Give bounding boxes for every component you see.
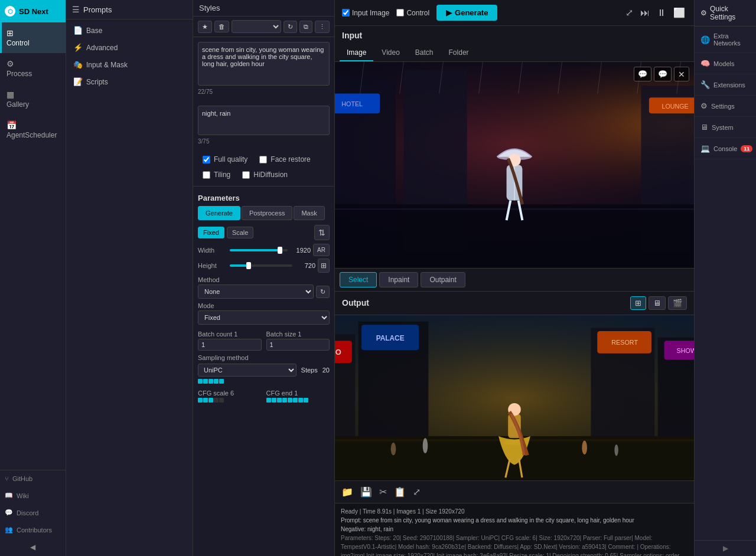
refresh-btn[interactable]: ↻ [284, 21, 297, 33]
sidebar-collapse-btn[interactable]: ◀ [0, 538, 66, 556]
svg-text:SHOWGIRLS: SHOWGIRLS [677, 346, 694, 354]
input-image-container: CASINO HOTEL LOUNGE [335, 62, 694, 268]
video-view-btn[interactable]: 🎬 [668, 296, 687, 310]
sidebar-bottom: ⑂ GitHub 📖 Wiki 💬 Discord 👥 Contributors… [0, 470, 66, 556]
discord-link[interactable]: 💬 Discord [0, 504, 66, 521]
wiki-icon: 📖 [5, 492, 13, 499]
inpaint-btn[interactable]: Inpaint [379, 272, 418, 287]
github-link[interactable]: ⑂ GitHub [0, 470, 66, 487]
open-folder-btn[interactable]: 📁 [340, 485, 355, 499]
sidebar-label-gallery: Gallery [6, 100, 29, 109]
method-select[interactable]: None Lanczos ESRGAN [198, 284, 314, 299]
expand-output-btn[interactable]: ⤢ [411, 485, 422, 499]
styles-select[interactable] [232, 20, 281, 33]
input-title: Input [342, 31, 362, 40]
right-item-extensions[interactable]: 🔧 Extensions [695, 74, 756, 96]
mode-select[interactable]: Fixed Crop Fill [198, 310, 330, 325]
prompts-item-input-mask[interactable]: 🎭 Input & Mask [66, 56, 193, 73]
fullscreen-btn[interactable]: ⤢ [624, 5, 635, 20]
sidebar-item-process[interactable]: ⚙ Process [0, 53, 66, 84]
close-image-btn[interactable]: ✕ [674, 67, 689, 81]
svg-rect-15 [335, 208, 694, 210]
right-collapse-btn[interactable]: ▶ [695, 540, 756, 556]
delete-btn[interactable]: 🗑 [214, 21, 229, 32]
method-refresh-btn[interactable]: ↻ [316, 286, 330, 298]
cfg-scale-item: CFG scale 6 [198, 386, 262, 403]
control-checkbox[interactable] [396, 9, 404, 17]
width-row: Width 1920 AR [198, 244, 330, 256]
clipboard-btn[interactable]: 📋 [392, 485, 408, 499]
input-tabs-bar: Image Video Batch Folder [335, 45, 694, 62]
select-btn[interactable]: Select [340, 272, 377, 287]
size-tab-scale[interactable]: Scale [227, 227, 254, 238]
github-icon: ⑂ [5, 475, 9, 482]
annotate-btn[interactable]: 💬 [634, 67, 651, 81]
generate-button[interactable]: ▶ Generate [436, 5, 497, 21]
resize-btn[interactable]: ⊞ [318, 259, 330, 273]
contributors-link[interactable]: 👥 Contributors [0, 521, 66, 538]
models-label: Models [713, 60, 734, 67]
face-restore-checkbox[interactable] [259, 156, 267, 163]
sidebar-item-control[interactable]: ⊞ Control [0, 22, 66, 53]
positive-prompt-input[interactable]: scene from sin city, young woman wearing… [198, 42, 330, 86]
agent-icon: 📅 [6, 120, 17, 130]
input-image-checkbox-label[interactable]: Input Image [342, 9, 389, 17]
wiki-link[interactable]: 📖 Wiki [0, 487, 66, 504]
tab-image[interactable]: Image [340, 45, 373, 61]
prompts-item-scripts[interactable]: 📝 Scripts [66, 73, 193, 90]
status-bar: Ready | Time 8.91s | Images 1 | Size 192… [335, 503, 694, 556]
prompts-item-advanced[interactable]: ⚡ Advanced [66, 39, 193, 56]
more-btn[interactable]: ⋮ [315, 21, 330, 33]
ar-btn[interactable]: AR [313, 244, 330, 256]
input-mask-icon: 🎭 [73, 60, 83, 69]
star-btn[interactable]: ★ [198, 21, 212, 33]
status-prompt-line: Prompt: scene from sin city, young woman… [341, 516, 688, 525]
sampling-method-select[interactable]: UniPC Euler DPM++ [198, 364, 296, 377]
copy-output-btn[interactable]: ✂ [377, 485, 389, 499]
annotate2-btn[interactable]: 💬 [654, 67, 672, 81]
batch-size-input[interactable] [266, 339, 330, 351]
copy-btn[interactable]: ⧉ [299, 21, 312, 33]
svg-point-51 [391, 442, 396, 455]
tab-generate[interactable]: Generate [198, 206, 240, 220]
full-quality-checkbox[interactable] [203, 156, 210, 163]
batch-count-input[interactable] [198, 339, 262, 351]
right-item-models[interactable]: 🧠 Models [695, 53, 756, 74]
sidebar-item-gallery[interactable]: ▦ Gallery [0, 84, 66, 115]
size-tab-fixed[interactable]: Fixed [198, 227, 224, 238]
input-image: CASINO HOTEL LOUNGE [335, 62, 694, 268]
tab-mask[interactable]: Mask [294, 206, 324, 220]
main-top-bar: Input Image Control ▶ Generate ⤢ ⏭ ⏸ ⬜ [335, 0, 694, 26]
stop-btn[interactable]: ⬜ [672, 5, 687, 20]
width-slider[interactable] [230, 246, 288, 255]
sidebar-item-agentscheduler[interactable]: 📅 AgentScheduler [0, 115, 66, 145]
prompts-item-base[interactable]: 📄 Base [66, 22, 193, 39]
tab-folder[interactable]: Folder [442, 45, 476, 61]
skip-btn[interactable]: ⏭ [638, 6, 651, 20]
svg-text:HOTEL: HOTEL [341, 100, 363, 107]
grid-view-btn[interactable]: ⊞ [630, 296, 646, 310]
prompts-label-advanced: Advanced [86, 44, 118, 52]
right-item-system[interactable]: 🖥 System [695, 117, 756, 138]
batch-count-item: Batch count 1 [198, 327, 262, 351]
outpaint-btn[interactable]: Outpaint [421, 272, 465, 287]
tab-postprocess[interactable]: Postprocess [242, 206, 293, 220]
right-item-settings[interactable]: ⚙ Settings [695, 96, 756, 117]
cfg-end-bar [266, 398, 330, 403]
tab-video[interactable]: Video [374, 45, 406, 61]
input-image-checkbox[interactable] [342, 9, 350, 17]
hidiffusion-checkbox[interactable] [242, 171, 250, 179]
tab-batch[interactable]: Batch [408, 45, 441, 61]
sidebar-logo-btn[interactable]: ⬡ SD Next [0, 0, 66, 22]
right-item-extra-networks[interactable]: 🌐 Extra Networks [695, 27, 756, 53]
pause-btn[interactable]: ⏸ [655, 6, 668, 20]
tiling-checkbox[interactable] [203, 171, 210, 179]
prompts-panel: ☰ Prompts 📄 Base ⚡ Advanced 🎭 Input & Ma… [66, 0, 193, 556]
swap-dimensions-btn[interactable]: ⇅ [314, 225, 330, 240]
height-slider[interactable] [230, 261, 292, 270]
control-checkbox-label[interactable]: Control [396, 9, 429, 17]
single-view-btn[interactable]: 🖥 [649, 296, 666, 310]
save-btn[interactable]: 💾 [359, 485, 374, 499]
right-item-console[interactable]: 💻 Console 11 [695, 138, 756, 159]
negative-prompt-input[interactable]: night, rain [198, 106, 330, 135]
